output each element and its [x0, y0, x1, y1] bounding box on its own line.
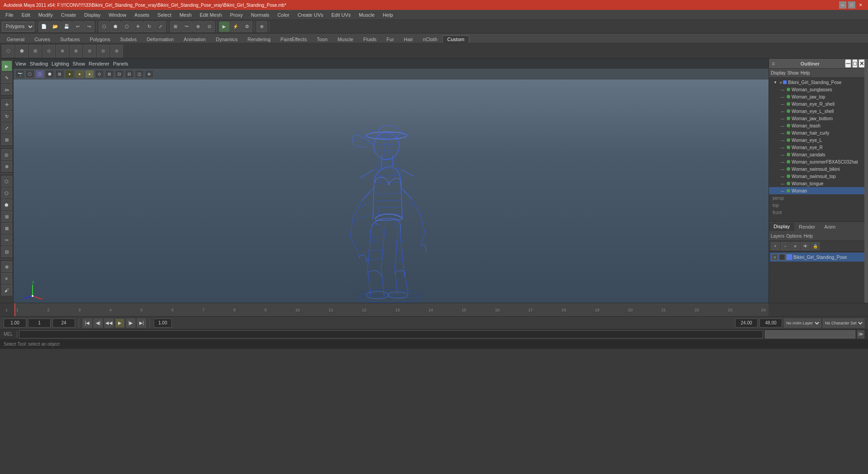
extrude-tool[interactable]: ⊞ [1, 211, 12, 222]
paint-tool[interactable]: ✎ [1, 72, 12, 83]
shelf-tab-rendering[interactable]: Rendering [243, 35, 276, 43]
outliner-item-root[interactable]: ▼ ◈ Bikini_Girl_Standing_Pose [769, 79, 868, 86]
layer-color-swatch[interactable] [786, 254, 793, 260]
sculpt-tool[interactable]: ⌲ [1, 84, 12, 95]
render-btn[interactable]: ▶ [219, 21, 230, 32]
shelf-icon-3[interactable]: ⊞ [29, 45, 42, 57]
menu-assets[interactable]: Assets [131, 11, 153, 19]
timeline-ruler[interactable]: 1 2 3 4 5 6 7 8 9 10 11 12 13 14 15 16 1… [14, 303, 769, 316]
vp-snap-btn[interactable]: ⊕ [145, 70, 154, 78]
menu-window[interactable]: Window [105, 11, 130, 19]
layer-lock-btn[interactable]: 🔒 [811, 242, 820, 250]
vp-resolution-btn[interactable]: ⊟ [125, 70, 134, 78]
play-forward-btn[interactable]: ▶ [115, 319, 124, 328]
anim-start-field[interactable]: 24.00 [735, 319, 758, 328]
menu-modify[interactable]: Modify [35, 11, 57, 19]
anim-end-field[interactable]: 48.00 [760, 319, 782, 328]
shelf-tab-fluids[interactable]: Fluids [358, 35, 381, 43]
shelf-tab-toon[interactable]: Toon [312, 35, 333, 43]
delete-layer-btn[interactable]: − [781, 242, 790, 250]
vp-overscan-btn[interactable]: ◫ [135, 70, 144, 78]
new-scene-btn[interactable]: 📄 [38, 21, 49, 32]
outliner-item-swimsuit-top[interactable]: — Woman_swimsuit_top [769, 173, 868, 180]
outliner-item-eye-r[interactable]: — Woman_eye_R [769, 144, 868, 151]
split-poly-tool[interactable]: ⬟ [1, 199, 12, 210]
menu-file[interactable]: File [2, 11, 17, 19]
close-button[interactable]: ✕ [857, 1, 864, 9]
shelf-tab-custom[interactable]: Custom [442, 35, 469, 43]
vp-light2-btn[interactable]: ● [75, 70, 84, 78]
menu-create[interactable]: Create [57, 11, 80, 19]
vp-grid-btn[interactable]: ⊞ [105, 70, 114, 78]
view-menu[interactable]: View [15, 61, 26, 66]
ipr-render-btn[interactable]: ⚡ [230, 21, 241, 32]
shelf-tab-animation[interactable]: Animation [179, 35, 211, 43]
restore-button[interactable]: □ [848, 1, 855, 9]
select-tool[interactable]: ▶ [1, 61, 12, 71]
mel-input[interactable] [19, 330, 763, 338]
multi-cut-tool[interactable]: ✂ [1, 235, 12, 245]
mode-select[interactable]: Polygons [2, 22, 34, 32]
menu-create-uvs[interactable]: Create UVs [294, 11, 327, 19]
lasso-btn[interactable]: ⬟ [110, 21, 121, 32]
viewport[interactable]: View Shading Lighting Show Renderer Pane… [14, 59, 769, 303]
layer-vis-btn[interactable]: V [772, 254, 778, 260]
outliner-display-menu[interactable]: Display [771, 70, 786, 75]
outliner-item-front[interactable]: front [769, 209, 868, 216]
vp-film-gate-btn[interactable]: ⊡ [115, 70, 124, 78]
undo-btn[interactable]: ↩ [72, 21, 83, 32]
vp-smooth-btn[interactable]: ⬟ [45, 70, 54, 78]
show-manipulator[interactable]: ⊗ [1, 161, 12, 172]
scale-tool[interactable]: ⤢ [1, 122, 12, 133]
outliner-item-jaw-top[interactable]: — Woman_jaw_top [769, 93, 868, 100]
outliner-item-bikini[interactable]: — Woman_swimsuit_bikini [769, 165, 868, 173]
scale-btn[interactable]: ⤢ [155, 21, 166, 32]
shelf-icon-1[interactable]: ⬡ [2, 45, 14, 57]
outliner-item-eye-r-shell[interactable]: — Woman_eye_R_shell [769, 100, 868, 108]
playback-speed-field[interactable]: 1.00 [154, 319, 172, 328]
shelf-tab-hair[interactable]: Hair [399, 35, 418, 43]
menu-mesh[interactable]: Mesh [176, 11, 195, 19]
menu-normals[interactable]: Normals [247, 11, 273, 19]
new-layer-btn[interactable]: + [771, 242, 780, 250]
layer-tab-render[interactable]: Render [794, 223, 820, 230]
layer-options-btn[interactable]: ≡ [791, 242, 800, 250]
shelf-icon-4[interactable]: ⊙ [42, 45, 55, 57]
snap-grid-btn[interactable]: ⊞ [170, 21, 181, 32]
shelf-tab-deformation[interactable]: Deformation [142, 35, 179, 43]
vp-shadow-btn[interactable]: ⊙ [95, 70, 104, 78]
render-settings-btn[interactable]: ⚙ [241, 21, 252, 32]
menu-color[interactable]: Color [274, 11, 293, 19]
show-manipulator-btn[interactable]: ⊗ [256, 21, 267, 32]
panels-menu[interactable]: Panels [113, 61, 128, 66]
menu-edit-uvs[interactable]: Edit UVs [328, 11, 354, 19]
vp-wireframe-btn[interactable]: ⬠ [35, 70, 44, 78]
step-back-btn[interactable]: ◀| [94, 319, 103, 328]
renderer-menu[interactable]: Renderer [89, 61, 109, 66]
move-btn[interactable]: ✛ [132, 21, 143, 32]
go-end-btn[interactable]: ▶| [137, 319, 146, 328]
outliner-restore-btn[interactable]: □ [852, 59, 858, 68]
open-scene-btn[interactable]: 📂 [50, 21, 61, 32]
current-frame-field[interactable]: 1 [28, 319, 51, 328]
layer-freeze-btn[interactable] [779, 254, 785, 260]
layer-row-bikini[interactable]: V Bikini_Girl_Standing_Pose [770, 253, 867, 262]
bridge-tool[interactable]: ⊠ [1, 223, 12, 234]
shelf-tab-painteffects[interactable]: PaintEffects [275, 35, 312, 43]
minimize-button[interactable]: ─ [839, 1, 846, 9]
outliner-item-tongue[interactable]: — Woman_tongue [769, 180, 868, 187]
menu-edit-mesh[interactable]: Edit Mesh [196, 11, 226, 19]
shelf-tab-subdvs[interactable]: Subdvs [115, 35, 142, 43]
menu-muscle[interactable]: Muscle [355, 11, 378, 19]
outliner-item-eye-l-shell[interactable]: — Woman_eye_L_shell [769, 108, 868, 115]
shelf-icon-9[interactable]: ⊛ [110, 45, 123, 57]
snap-view-btn[interactable]: ⊙ [204, 21, 215, 32]
play-back-btn[interactable]: ◀◀ [104, 319, 113, 328]
shelf-tab-ncloth[interactable]: nCloth [418, 35, 443, 43]
redo-btn[interactable]: ↪ [84, 21, 94, 32]
menu-select[interactable]: Select [154, 11, 175, 19]
outliner-item-eye-l[interactable]: — Woman_eye_L [769, 136, 868, 144]
transform-tool[interactable]: ⊞ [1, 134, 12, 145]
shelf-tab-fur[interactable]: Fur [382, 35, 399, 43]
outliner-help-menu[interactable]: Help [801, 70, 810, 75]
